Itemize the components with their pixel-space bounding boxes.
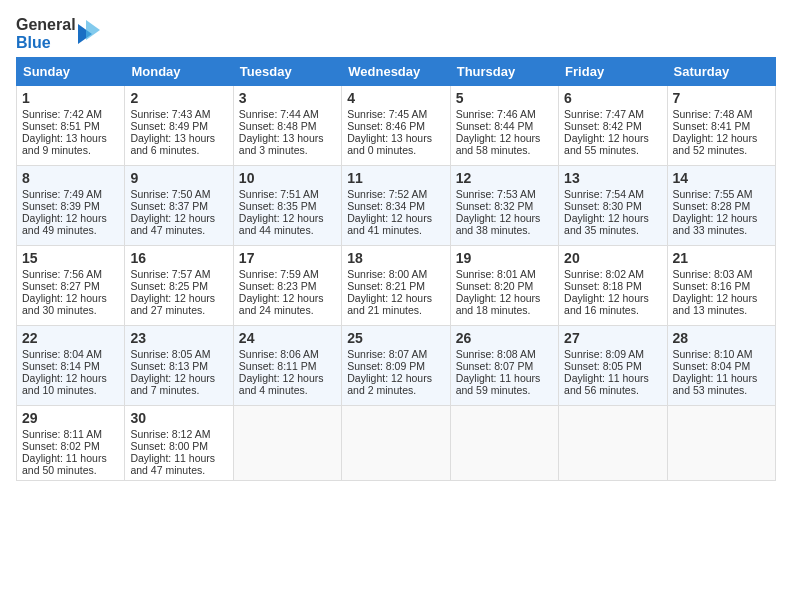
daylight-text: Daylight: 12 hours and 55 minutes. [564,132,661,156]
sunrise-text: Sunrise: 7:52 AM [347,188,444,200]
daylight-text: Daylight: 12 hours and 4 minutes. [239,372,336,396]
sunset-text: Sunset: 8:49 PM [130,120,227,132]
calendar-cell: 30Sunrise: 8:12 AMSunset: 8:00 PMDayligh… [125,406,233,481]
day-number: 15 [22,250,119,266]
week-row-4: 22Sunrise: 8:04 AMSunset: 8:14 PMDayligh… [17,326,776,406]
sunrise-text: Sunrise: 7:55 AM [673,188,770,200]
daylight-text: Daylight: 12 hours and 41 minutes. [347,212,444,236]
sunset-text: Sunset: 8:11 PM [239,360,336,372]
day-number: 11 [347,170,444,186]
week-row-1: 1Sunrise: 7:42 AMSunset: 8:51 PMDaylight… [17,86,776,166]
sunrise-text: Sunrise: 8:10 AM [673,348,770,360]
daylight-text: Daylight: 13 hours and 3 minutes. [239,132,336,156]
day-number: 26 [456,330,553,346]
header-friday: Friday [559,58,667,86]
sunset-text: Sunset: 8:27 PM [22,280,119,292]
sunset-text: Sunset: 8:42 PM [564,120,661,132]
sunrise-text: Sunrise: 8:08 AM [456,348,553,360]
day-number: 25 [347,330,444,346]
daylight-text: Daylight: 13 hours and 9 minutes. [22,132,119,156]
sunset-text: Sunset: 8:46 PM [347,120,444,132]
sunrise-text: Sunrise: 7:48 AM [673,108,770,120]
logo-blue: Blue [16,34,76,52]
day-number: 14 [673,170,770,186]
daylight-text: Daylight: 12 hours and 21 minutes. [347,292,444,316]
sunset-text: Sunset: 8:39 PM [22,200,119,212]
calendar-cell [667,406,775,481]
calendar-cell: 2Sunrise: 7:43 AMSunset: 8:49 PMDaylight… [125,86,233,166]
calendar-cell: 7Sunrise: 7:48 AMSunset: 8:41 PMDaylight… [667,86,775,166]
day-number: 17 [239,250,336,266]
sunset-text: Sunset: 8:13 PM [130,360,227,372]
calendar-cell: 29Sunrise: 8:11 AMSunset: 8:02 PMDayligh… [17,406,125,481]
calendar-cell [559,406,667,481]
calendar-cell: 13Sunrise: 7:54 AMSunset: 8:30 PMDayligh… [559,166,667,246]
sunrise-text: Sunrise: 8:07 AM [347,348,444,360]
calendar-cell: 20Sunrise: 8:02 AMSunset: 8:18 PMDayligh… [559,246,667,326]
sunset-text: Sunset: 8:25 PM [130,280,227,292]
calendar-cell: 3Sunrise: 7:44 AMSunset: 8:48 PMDaylight… [233,86,341,166]
day-number: 8 [22,170,119,186]
calendar-cell [450,406,558,481]
daylight-text: Daylight: 11 hours and 53 minutes. [673,372,770,396]
calendar-cell: 19Sunrise: 8:01 AMSunset: 8:20 PMDayligh… [450,246,558,326]
sunset-text: Sunset: 8:28 PM [673,200,770,212]
calendar-cell: 6Sunrise: 7:47 AMSunset: 8:42 PMDaylight… [559,86,667,166]
daylight-text: Daylight: 12 hours and 47 minutes. [130,212,227,236]
daylight-text: Daylight: 12 hours and 10 minutes. [22,372,119,396]
daylight-text: Daylight: 12 hours and 30 minutes. [22,292,119,316]
day-number: 28 [673,330,770,346]
header-sunday: Sunday [17,58,125,86]
daylight-text: Daylight: 12 hours and 2 minutes. [347,372,444,396]
week-row-5: 29Sunrise: 8:11 AMSunset: 8:02 PMDayligh… [17,406,776,481]
day-number: 24 [239,330,336,346]
day-number: 9 [130,170,227,186]
sunrise-text: Sunrise: 7:43 AM [130,108,227,120]
sunrise-text: Sunrise: 7:42 AM [22,108,119,120]
daylight-text: Daylight: 12 hours and 49 minutes. [22,212,119,236]
day-number: 10 [239,170,336,186]
sunset-text: Sunset: 8:07 PM [456,360,553,372]
sunrise-text: Sunrise: 7:56 AM [22,268,119,280]
sunrise-text: Sunrise: 7:57 AM [130,268,227,280]
daylight-text: Daylight: 12 hours and 35 minutes. [564,212,661,236]
sunset-text: Sunset: 8:16 PM [673,280,770,292]
daylight-text: Daylight: 11 hours and 50 minutes. [22,452,119,476]
day-number: 18 [347,250,444,266]
week-row-3: 15Sunrise: 7:56 AMSunset: 8:27 PMDayligh… [17,246,776,326]
week-row-2: 8Sunrise: 7:49 AMSunset: 8:39 PMDaylight… [17,166,776,246]
header-monday: Monday [125,58,233,86]
sunset-text: Sunset: 8:20 PM [456,280,553,292]
sunset-text: Sunset: 8:51 PM [22,120,119,132]
sunrise-text: Sunrise: 8:12 AM [130,428,227,440]
day-number: 21 [673,250,770,266]
sunrise-text: Sunrise: 8:04 AM [22,348,119,360]
calendar-cell: 11Sunrise: 7:52 AMSunset: 8:34 PMDayligh… [342,166,450,246]
daylight-text: Daylight: 11 hours and 47 minutes. [130,452,227,476]
day-number: 4 [347,90,444,106]
day-number: 19 [456,250,553,266]
daylight-text: Daylight: 12 hours and 16 minutes. [564,292,661,316]
day-number: 3 [239,90,336,106]
header-wednesday: Wednesday [342,58,450,86]
sunrise-text: Sunrise: 7:47 AM [564,108,661,120]
daylight-text: Daylight: 12 hours and 24 minutes. [239,292,336,316]
day-number: 30 [130,410,227,426]
day-number: 1 [22,90,119,106]
daylight-text: Daylight: 12 hours and 44 minutes. [239,212,336,236]
daylight-text: Daylight: 12 hours and 7 minutes. [130,372,227,396]
calendar-cell: 25Sunrise: 8:07 AMSunset: 8:09 PMDayligh… [342,326,450,406]
daylight-text: Daylight: 12 hours and 27 minutes. [130,292,227,316]
sunset-text: Sunset: 8:05 PM [564,360,661,372]
sunset-text: Sunset: 8:00 PM [130,440,227,452]
logo-general: General [16,16,76,34]
sunset-text: Sunset: 8:41 PM [673,120,770,132]
day-number: 27 [564,330,661,346]
calendar-cell: 18Sunrise: 8:00 AMSunset: 8:21 PMDayligh… [342,246,450,326]
daylight-text: Daylight: 12 hours and 52 minutes. [673,132,770,156]
calendar-cell: 16Sunrise: 7:57 AMSunset: 8:25 PMDayligh… [125,246,233,326]
sunset-text: Sunset: 8:18 PM [564,280,661,292]
sunset-text: Sunset: 8:21 PM [347,280,444,292]
daylight-text: Daylight: 12 hours and 18 minutes. [456,292,553,316]
calendar-cell: 28Sunrise: 8:10 AMSunset: 8:04 PMDayligh… [667,326,775,406]
